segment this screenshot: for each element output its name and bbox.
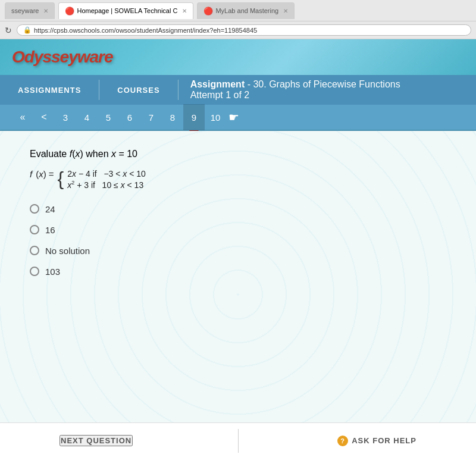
address-input[interactable]: 🔒 https://cpsb.owschools.com/owsoo/stude… bbox=[17, 24, 471, 36]
assignment-title-rest: - 30. Graphs of Piecewise Functions bbox=[248, 79, 400, 89]
assignment-title-text: Assignment bbox=[190, 79, 245, 89]
option-103[interactable]: 103 bbox=[30, 267, 446, 277]
attempt-label: Attempt 1 of 2 bbox=[190, 90, 464, 101]
tab-2[interactable]: 🔴 Homepage | SOWELA Technical C ✕ bbox=[58, 2, 193, 19]
radio-no-solution[interactable] bbox=[30, 246, 39, 255]
help-icon: ? bbox=[337, 436, 348, 446]
help-icon-text: ? bbox=[340, 437, 345, 444]
piecewise-block: 2x − 4 if −3 < x < 10 x2 + 3 if 10 ≤ x <… bbox=[67, 169, 146, 190]
assignment-title: Assignment - 30. Graphs of Piecewise Fun… bbox=[190, 79, 464, 90]
prev-page-button[interactable]: < bbox=[33, 104, 55, 130]
tab-2-label: Homepage | SOWELA Technical C bbox=[77, 7, 177, 14]
option-24-label: 24 bbox=[45, 204, 55, 214]
big-brace: { bbox=[58, 169, 64, 188]
question-text: Evaluate f(x) when x = 10 bbox=[30, 149, 137, 159]
tab-1-close[interactable]: ✕ bbox=[43, 8, 48, 14]
nav-courses-label: COURSES bbox=[117, 86, 159, 95]
ask-for-help-button[interactable]: ? ASK FOR HELP bbox=[337, 436, 416, 446]
pagination-bar: « < 3 4 5 6 7 8 9 10 ☛ bbox=[0, 105, 476, 131]
cursor-pointer-icon: ☛ bbox=[228, 110, 239, 124]
radio-103[interactable] bbox=[30, 267, 39, 276]
options-list: 24 16 No solution 103 bbox=[30, 204, 446, 277]
option-103-label: 103 bbox=[45, 267, 60, 277]
footer-bar: NEXT QUESTION ? ASK FOR HELP bbox=[0, 422, 476, 458]
url-text: https://cpsb.owschools.com/owsoo/student… bbox=[34, 27, 257, 34]
nav-assignment-info: Assignment - 30. Graphs of Piecewise Fun… bbox=[178, 75, 476, 105]
option-no-solution[interactable]: No solution bbox=[30, 246, 446, 256]
fx-label: f bbox=[30, 169, 32, 179]
reload-button[interactable]: ↻ bbox=[5, 26, 12, 35]
tab-2-close[interactable]: ✕ bbox=[182, 8, 187, 14]
nav-assignments-label: ASSIGNMENTS bbox=[18, 86, 81, 95]
fx-paren: (x) = bbox=[36, 169, 54, 179]
radio-16[interactable] bbox=[30, 225, 39, 234]
tab-3-label: MyLab and Mastering bbox=[215, 7, 278, 14]
tab-1[interactable]: sseyware ✕ bbox=[5, 2, 55, 19]
option-16[interactable]: 16 bbox=[30, 225, 446, 235]
tab-3-close[interactable]: ✕ bbox=[283, 8, 288, 14]
secure-icon: 🔒 bbox=[23, 26, 32, 34]
nav-courses[interactable]: COURSES bbox=[99, 75, 177, 105]
option-no-solution-label: No solution bbox=[45, 246, 90, 256]
page-10[interactable]: 10 bbox=[205, 104, 226, 130]
next-question-label: NEXT QUESTION bbox=[61, 436, 131, 445]
math-display: f (x) = { 2x − 4 if −3 < x < 10 x2 + 3 i… bbox=[30, 169, 446, 190]
tab-3-icon: 🔴 bbox=[203, 7, 213, 15]
nav-assignments[interactable]: ASSIGNMENTS bbox=[0, 75, 99, 105]
radio-24[interactable] bbox=[30, 204, 39, 214]
tab-3[interactable]: 🔴 MyLab and Mastering ✕ bbox=[197, 2, 295, 19]
piece-1: 2x − 4 if −3 < x < 10 bbox=[67, 169, 146, 178]
piece-2: x2 + 3 if 10 ≤ x < 13 bbox=[67, 180, 146, 190]
app-header: Odysseyware bbox=[0, 39, 476, 75]
ask-for-help-label: ASK FOR HELP bbox=[352, 436, 416, 445]
page-6[interactable]: 6 bbox=[119, 104, 140, 130]
tab-1-label: sseyware bbox=[11, 7, 39, 14]
main-content: Evaluate f(x) when x = 10 f (x) = { 2x −… bbox=[0, 131, 476, 458]
next-question-button[interactable]: NEXT QUESTION bbox=[60, 435, 133, 446]
prev-page-icon: < bbox=[41, 112, 46, 123]
option-16-label: 16 bbox=[45, 225, 55, 235]
page-5[interactable]: 5 bbox=[98, 104, 119, 130]
first-page-button[interactable]: « bbox=[12, 104, 33, 130]
piece-1-expr: 2x − 4 if −3 < x < 10 bbox=[67, 169, 146, 178]
page-8[interactable]: 8 bbox=[162, 104, 183, 130]
page-3[interactable]: 3 bbox=[55, 104, 76, 130]
page-9-active[interactable]: 9 bbox=[183, 104, 205, 130]
app-logo: Odysseyware bbox=[12, 48, 113, 67]
browser-tab-bar: sseyware ✕ 🔴 Homepage | SOWELA Technical… bbox=[0, 0, 476, 21]
first-page-icon: « bbox=[20, 112, 26, 123]
nav-bar: ASSIGNMENTS COURSES Assignment - 30. Gra… bbox=[0, 75, 476, 105]
piece-2-expr: x2 + 3 if 10 ≤ x < 13 bbox=[67, 180, 143, 190]
question-instruction: Evaluate f(x) when x = 10 bbox=[30, 149, 446, 159]
tab-2-icon: 🔴 bbox=[65, 7, 74, 15]
footer-divider bbox=[238, 429, 239, 453]
option-24[interactable]: 24 bbox=[30, 204, 446, 214]
logo-text: Odysseyware bbox=[12, 48, 113, 66]
page-4[interactable]: 4 bbox=[76, 104, 98, 130]
page-7[interactable]: 7 bbox=[140, 104, 162, 130]
address-bar: ↻ 🔒 https://cpsb.owschools.com/owsoo/stu… bbox=[0, 21, 476, 39]
